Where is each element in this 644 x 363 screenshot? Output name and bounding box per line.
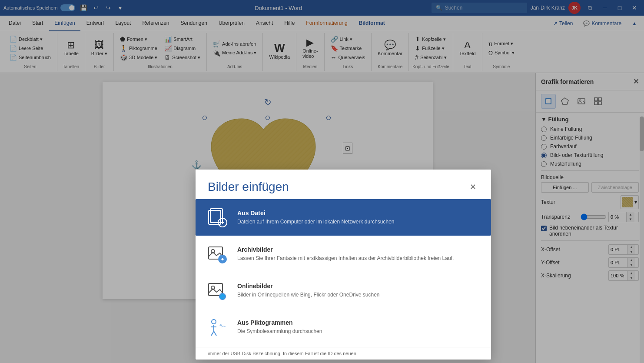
onlinebilder-desc: Bilder in Onlinequellen wie Bing, Flickr…: [237, 291, 481, 299]
piktogramme-icon: [206, 316, 229, 338]
svg-text:🌐: 🌐: [220, 294, 226, 300]
aus-datei-title: Aus Datei: [237, 210, 481, 216]
onlinebilder-text: Onlinebilder Bilder in Onlinequellen wie…: [237, 283, 481, 299]
piktogramme-item[interactable]: Aus Piktogrammen Die Symbolesammlung dur…: [196, 309, 491, 345]
piktogramme-text: Aus Piktogrammen Die Symbolesammlung dur…: [237, 319, 481, 335]
dialog-header: Bilder einfügen ✕: [196, 170, 491, 199]
aus-datei-text: Aus Datei Dateien auf Ihrem Computer ode…: [237, 210, 481, 226]
piktogramme-desc: Die Symbolesammlung durchsuchen: [237, 328, 481, 335]
svg-point-25: [212, 320, 216, 324]
archivbilder-item[interactable]: Archivbilder Lassen Sie Ihrer Fantasie m…: [196, 236, 491, 272]
aus-datei-item[interactable]: Aus Datei Dateien auf Ihrem Computer ode…: [196, 199, 491, 236]
archivbilder-title: Archivbilder: [237, 246, 481, 253]
archivbilder-icon: [206, 243, 229, 265]
piktogramme-title: Aus Piktogrammen: [237, 319, 481, 326]
aus-datei-icon: [206, 206, 229, 229]
archivbilder-text: Archivbilder Lassen Sie Ihrer Fantasie m…: [237, 246, 481, 262]
dialog-close-button[interactable]: ✕: [467, 181, 479, 193]
dialog-bottom-text: immer der USB-Disk Bezeichnung. In diese…: [196, 347, 491, 360]
onlinebilder-title: Onlinebilder: [237, 283, 481, 290]
dialog-title: Bilder einfügen: [208, 180, 289, 194]
onlinebilder-icon: 🌐: [206, 279, 229, 302]
onlinebilder-item[interactable]: 🌐 Onlinebilder Bilder in Onlinequellen w…: [196, 272, 491, 309]
aus-datei-desc: Dateien auf Ihrem Computer oder im lokal…: [237, 218, 481, 226]
bilder-einfuegen-dialog: Bilder einfügen ✕ Aus Datei Dateien auf …: [196, 170, 491, 360]
archivbilder-desc: Lassen Sie Ihrer Fantasie mit erstklassi…: [237, 255, 481, 262]
